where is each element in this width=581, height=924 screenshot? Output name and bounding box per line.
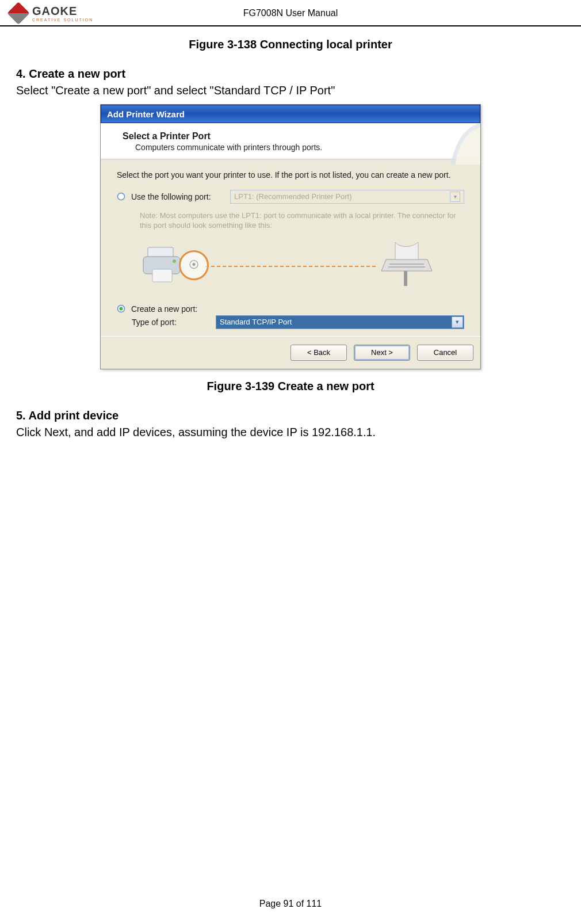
cancel-button[interactable]: Cancel [417,345,473,361]
lpt-port-value: LPT1: (Recommended Printer Port) [234,192,351,201]
back-button[interactable]: < Back [290,345,347,361]
chevron-down-icon[interactable]: ▾ [452,316,463,328]
port-note-text: Note: Most computers use the LPT1: port … [117,209,464,236]
port-type-label: Type of port: [132,318,210,327]
printer-wing-icon [439,123,480,165]
dialog-title-text: Add Printer Wizard [107,109,185,119]
port-type-row: Type of port: Standard TCP/IP Port ▾ [117,315,464,329]
step-4-heading: 4. Create a new port [16,67,565,81]
add-printer-wizard-dialog: Add Printer Wizard Select a Printer Port… [100,104,481,369]
step-5-heading: 5. Add print device [16,409,565,422]
dialog-titlebar[interactable]: Add Printer Wizard [101,105,480,123]
create-new-port-row: Create a new port: [117,304,464,314]
use-following-port-label: Use the following port: [131,192,224,201]
dialog-footer: < Back Next > Cancel [101,336,480,369]
radio-create-new-port[interactable] [117,304,125,313]
page-content: Figure 3-138 Connecting local printer 4.… [0,26,581,439]
create-new-port-label: Create a new port: [131,304,197,314]
parallel-connector-icon [372,242,441,288]
dashed-line [205,266,376,267]
brand-logo: GAOKE CREATIVE SOLUTION [10,5,93,22]
page-number: Page 91 of 111 [0,899,581,909]
logo-main-text: GAOKE [32,5,93,18]
dialog-intro-text: Select the port you want your printer to… [117,170,464,181]
logo-icon [7,2,30,25]
svg-point-0 [118,193,125,200]
svg-rect-1 [148,247,173,258]
svg-rect-3 [152,269,172,282]
doc-title: FG7008N User Manual [243,8,338,18]
connector-diagram: ⦿ [140,236,441,294]
figure-138-caption: Figure 3-138 Connecting local printer [16,38,565,51]
radio-use-following-port[interactable] [117,192,125,201]
page-header: GAOKE CREATIVE SOLUTION FG7008N User Man… [0,0,581,26]
next-button[interactable]: Next > [354,345,410,361]
plug-icon: ⦿ [189,259,199,271]
dialog-body: Select the port you want your printer to… [101,159,480,336]
dialog-header-pane: Select a Printer Port Computers communic… [101,123,480,159]
step-4-body: Select "Create a new port" and select "S… [16,84,565,97]
svg-point-4 [173,259,176,263]
dialog-pane-subtitle: Computers communicate with printers thro… [123,143,468,152]
lpt-port-select-disabled: LPT1: (Recommended Printer Port) ▾ [230,190,464,204]
port-type-select[interactable]: Standard TCP/IP Port ▾ [216,315,464,329]
use-following-port-row: Use the following port: LPT1: (Recommend… [117,190,464,204]
chevron-down-icon: ▾ [450,192,460,202]
svg-point-9 [120,307,123,311]
logo-sub-text: CREATIVE SOLUTION [32,18,93,22]
dialog-pane-title: Select a Printer Port [123,131,468,142]
figure-139-caption: Figure 3-139 Create a new port [16,380,565,393]
step-5-body: Click Next, and add IP devices, assuming… [16,426,565,439]
port-type-value: Standard TCP/IP Port [220,318,292,326]
connector-highlight-circle: ⦿ [179,250,209,280]
